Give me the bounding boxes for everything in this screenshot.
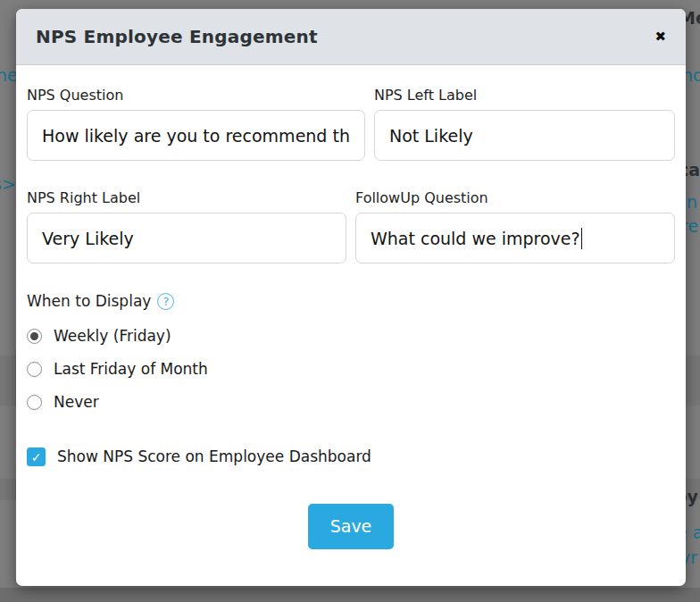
background-text-fragment: he [0, 66, 18, 85]
text-caret [581, 228, 583, 249]
modal-footer: Save [27, 504, 675, 549]
nps-question-label: NPS Question [27, 87, 365, 104]
checkbox-icon[interactable]: ✓ [27, 447, 46, 466]
radio-icon[interactable] [27, 395, 42, 410]
show-nps-score-checkbox-row[interactable]: ✓ Show NPS Score on Employee Dashboard [27, 447, 675, 466]
nps-left-label-input[interactable]: Not Likely [374, 110, 675, 161]
radio-option-label: Weekly (Friday) [54, 327, 171, 346]
nps-question-value: How likely are you to recommend th [42, 126, 350, 146]
nps-left-label-label: NPS Left Label [374, 87, 675, 104]
nps-right-label-value: Very Likely [42, 229, 134, 248]
field-grid-row-1: NPS Question How likely are you to recom… [27, 87, 675, 161]
radio-icon[interactable] [27, 329, 42, 344]
checkbox-label: Show NPS Score on Employee Dashboard [57, 447, 371, 466]
nps-question-input[interactable]: How likely are you to recommend th [27, 110, 365, 161]
background-text-fragment: s> [0, 175, 16, 194]
overlay-band [0, 588, 700, 602]
followup-question-field: FollowUp Question What could we improve? [355, 161, 675, 263]
background-text-fragment: n [687, 193, 697, 212]
modal-header: NPS Employee Engagement ✖ [16, 9, 686, 65]
followup-question-input[interactable]: What could we improve? [355, 213, 675, 263]
nps-right-label-field: NPS Right Label Very Likely [27, 161, 346, 263]
display-schedule-radio-group: Weekly (Friday) Last Friday of Month Nev… [27, 327, 675, 412]
modal-body: NPS Question How likely are you to recom… [16, 65, 686, 549]
save-button[interactable]: Save [308, 504, 395, 549]
radio-icon[interactable] [27, 362, 42, 377]
radio-option-last-friday-of-month[interactable]: Last Friday of Month [27, 360, 675, 379]
when-to-display-label: When to Display [27, 292, 151, 311]
close-icon[interactable]: ✖ [654, 30, 666, 44]
followup-question-label: FollowUp Question [355, 189, 675, 206]
nps-settings-modal: NPS Employee Engagement ✖ NPS Question H… [16, 9, 686, 586]
radio-option-label: Never [54, 393, 99, 412]
nps-question-field: NPS Question How likely are you to recom… [27, 87, 365, 161]
modal-title: NPS Employee Engagement [36, 26, 318, 47]
radio-option-never[interactable]: Never [27, 393, 675, 412]
field-grid-row-2: NPS Right Label Very Likely FollowUp Que… [27, 161, 675, 263]
when-to-display-row: When to Display ? [27, 292, 675, 311]
help-icon[interactable]: ? [157, 293, 174, 310]
radio-option-label: Last Friday of Month [54, 360, 208, 379]
nps-left-label-field: NPS Left Label Not Likely [374, 87, 675, 161]
followup-question-value: What could we improve? [371, 229, 580, 248]
nps-right-label-input[interactable]: Very Likely [27, 213, 346, 263]
nps-left-label-value: Not Likely [389, 126, 473, 146]
radio-option-weekly-friday[interactable]: Weekly (Friday) [27, 327, 675, 346]
nps-right-label-label: NPS Right Label [27, 189, 346, 206]
